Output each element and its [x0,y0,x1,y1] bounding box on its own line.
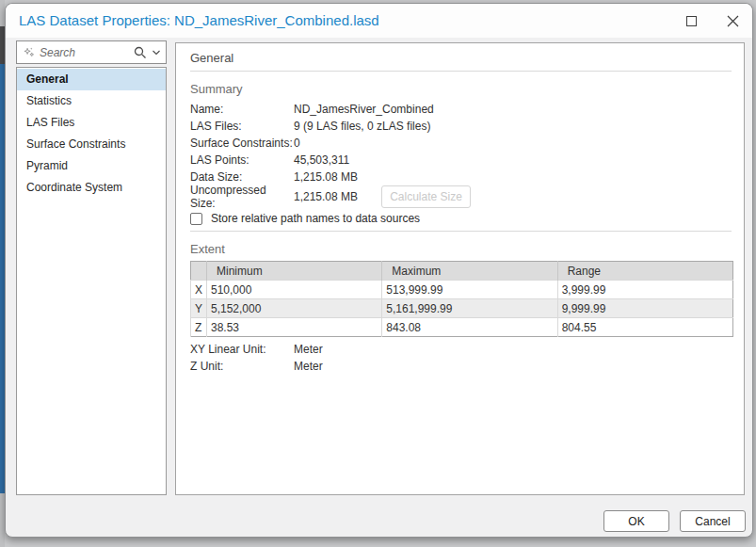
minimum-column-header: Minimum [207,262,382,281]
z-minimum: 38.53 [207,318,382,337]
field-label: XY Linear Unit: [190,343,294,356]
title-bar: LAS Dataset Properties: ND_JamesRiver_Co… [6,4,752,38]
summary-rows: Name: ND_JamesRiver_Combined LAS Files: … [190,101,732,208]
maximum-column-header: Maximum [382,262,557,281]
summary-row-las-files: LAS Files: 9 (9 LAS files, 0 zLAS files) [190,118,732,135]
field-value: Meter [294,360,323,373]
properties-tab-list: General Statistics LAS Files Surface Con… [16,67,167,495]
axis-label: Z [191,318,207,337]
field-label: Uncompressed Size: [190,184,294,210]
relative-paths-label: Store relative path names to data source… [211,212,420,225]
field-value: 45,503,311 [294,153,349,167]
field-value: 0 [294,137,300,150]
unit-rows: XY Linear Unit: Meter Z Unit: Meter [190,341,732,375]
search-input[interactable] [40,46,129,59]
summary-row-uncompressed-size: Uncompressed Size: 1,215.08 MB Calculate… [190,185,732,208]
summary-row-name: Name: ND_JamesRiver_Combined [190,101,732,118]
z-maximum: 843.08 [382,318,557,337]
search-icon[interactable] [134,46,147,59]
section-divider [190,231,732,232]
field-label: LAS Files: [190,120,294,133]
sidebar-item-surface-constraints[interactable]: Surface Constraints [17,134,166,155]
close-icon[interactable] [727,15,739,27]
sidebar-item-las-files[interactable]: LAS Files [17,112,166,134]
summary-heading: Summary [190,82,732,98]
field-value: 1,215.08 MB [294,190,381,203]
axis-label: X [191,281,207,299]
axis-column-header [191,262,207,281]
summary-row-las-points: LAS Points: 45,503,311 [190,152,732,169]
window-controls [686,4,739,38]
extent-row-z: Z 38.53 843.08 804.55 [191,318,733,337]
sidebar-item-pyramid[interactable]: Pyramid [17,155,166,177]
summary-row-surface-constraints: Surface Constraints: 0 [190,135,732,152]
maximize-icon[interactable] [686,16,697,26]
x-maximum: 513,999.99 [382,281,557,299]
extent-heading: Extent [190,242,732,258]
field-value: 1,215.08 MB [294,170,358,184]
extent-row-y: Y 5,152,000 5,161,999.99 9,999.99 [191,299,733,318]
chevron-down-icon[interactable] [152,48,161,57]
field-value: Meter [294,343,323,356]
xy-linear-unit-row: XY Linear Unit: Meter [190,341,732,358]
field-label: LAS Points: [190,153,294,167]
extent-header-row: Minimum Maximum Range [191,262,733,281]
x-minimum: 510,000 [207,281,382,299]
field-label: Surface Constraints: [190,137,294,150]
cancel-button[interactable]: Cancel [680,510,746,532]
axis-label: Y [191,299,207,318]
field-label: Data Size: [190,170,294,184]
ok-button[interactable]: OK [603,510,669,532]
x-range: 3,999.99 [557,281,732,299]
z-unit-row: Z Unit: Meter [190,358,732,375]
field-value: 9 (9 LAS files, 0 zLAS files) [294,120,430,133]
search-box[interactable] [16,40,167,64]
sparkle-icon [23,46,35,58]
las-dataset-properties-dialog: LAS Dataset Properties: ND_JamesRiver_Co… [5,3,753,538]
dialog-footer: OK Cancel [603,510,746,532]
range-column-header: Range [557,262,732,281]
field-value: ND_JamesRiver_Combined [294,103,434,116]
relative-paths-row: Store relative path names to data source… [190,209,732,228]
y-maximum: 5,161,999.99 [382,299,557,318]
extent-row-x: X 510,000 513,999.99 3,999.99 [191,281,733,299]
sidebar-item-general[interactable]: General [17,69,166,90]
z-range: 804.55 [557,318,732,337]
window-title: LAS Dataset Properties: ND_JamesRiver_Co… [19,4,379,38]
general-page-panel: General Summary Name: ND_JamesRiver_Comb… [175,42,745,495]
y-minimum: 5,152,000 [207,299,382,318]
extent-table: Minimum Maximum Range X 510,000 513,999.… [190,261,733,337]
field-label: Z Unit: [190,360,294,373]
field-label: Name: [190,103,294,116]
relative-paths-checkbox[interactable] [190,213,202,225]
page-title: General [190,51,732,72]
calculate-size-button[interactable]: Calculate Size [381,185,471,208]
sidebar-item-statistics[interactable]: Statistics [17,90,166,112]
y-range: 9,999.99 [557,299,732,318]
sidebar-item-coordinate-system[interactable]: Coordinate System [17,177,166,199]
